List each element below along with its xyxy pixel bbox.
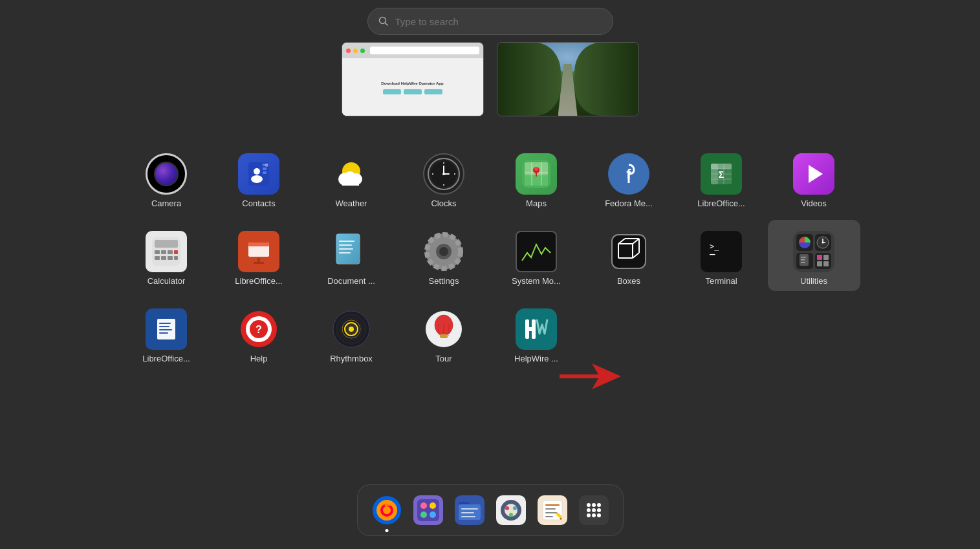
- svg-point-134: [420, 511, 427, 518]
- app-item-helpwire[interactable]: HelpWire ...: [490, 297, 583, 369]
- util-mini-4: [815, 253, 832, 270]
- utilities-icon: [793, 231, 834, 272]
- app-label-fedora: Fedora Me...: [605, 199, 653, 208]
- files-icon: [455, 495, 485, 525]
- svg-point-146: [509, 513, 513, 517]
- svg-rect-65: [339, 252, 351, 253]
- loffice-writer-icon: [146, 308, 187, 350]
- text-editor-icon: [538, 495, 567, 525]
- forest-trees-right: [574, 43, 638, 116]
- dock-item-files[interactable]: [451, 491, 488, 529]
- svg-rect-151: [545, 512, 557, 513]
- svg-rect-49: [168, 250, 173, 254]
- window-thumb-browser[interactable]: Download HelpWire Operator App: [342, 42, 484, 116]
- svg-point-161: [597, 508, 601, 512]
- app-label-camera: Camera: [151, 199, 181, 208]
- dock-item-flathub[interactable]: [492, 491, 530, 529]
- app-item-weather[interactable]: Weather: [305, 142, 398, 213]
- boxes-icon: [608, 231, 649, 272]
- app-item-terminal[interactable]: _ >_ Terminal: [675, 220, 768, 291]
- svg-rect-46: [155, 240, 178, 248]
- app-row-1: Camera @ Contacts: [120, 142, 860, 213]
- svg-point-164: [597, 513, 601, 517]
- app-label-terminal: Terminal: [705, 276, 737, 286]
- app-item-calculator[interactable]: Calculator: [120, 220, 213, 291]
- app-item-boxes[interactable]: Boxes: [583, 220, 675, 291]
- app-item-loffice-impress[interactable]: LibreOffice...: [213, 220, 305, 291]
- dock-item-text-editor[interactable]: [534, 491, 571, 529]
- app-item-maps[interactable]: Maps: [490, 142, 583, 213]
- recent-windows: Download HelpWire Operator App: [342, 42, 639, 116]
- svg-rect-101: [159, 332, 168, 334]
- svg-rect-53: [168, 256, 173, 260]
- svg-rect-73: [612, 235, 646, 268]
- svg-text:>_: >_: [710, 242, 719, 251]
- svg-rect-52: [161, 256, 166, 260]
- app-label-weather: Weather: [336, 199, 367, 208]
- app-item-help[interactable]: ? Help: [213, 297, 305, 369]
- svg-rect-4: [263, 167, 267, 170]
- firefox-icon: [372, 495, 402, 525]
- app-label-calculator: Calculator: [147, 276, 186, 286]
- app-item-settings[interactable]: Settings: [398, 220, 490, 291]
- dock-item-firefox[interactable]: [368, 491, 406, 529]
- svg-point-71: [439, 247, 448, 256]
- app-label-settings: Settings: [429, 276, 459, 286]
- app-label-loffice-calc: LibreOffice...: [697, 199, 745, 208]
- videos-icon: [793, 153, 834, 195]
- app-item-document-viewer[interactable]: Document ...: [305, 220, 398, 291]
- svg-line-1: [385, 23, 387, 26]
- window-thumb-forest[interactable]: [497, 42, 639, 116]
- dock-item-software[interactable]: [409, 491, 447, 529]
- app-grid: Camera @ Contacts: [120, 142, 860, 369]
- app-label-tour: Tour: [435, 354, 452, 363]
- dock-item-app-grid[interactable]: [575, 491, 613, 529]
- svg-point-135: [430, 511, 436, 518]
- svg-rect-131: [417, 499, 439, 521]
- svg-rect-152: [545, 516, 553, 517]
- app-item-utilities[interactable]: Utilities: [768, 220, 860, 291]
- browser-download-buttons: [383, 89, 442, 94]
- app-label-helpwire: HelpWire ...: [514, 354, 558, 363]
- svg-marker-125: [560, 363, 621, 389]
- app-item-system-monitor[interactable]: System Mo...: [490, 220, 583, 291]
- svg-rect-99: [159, 326, 169, 327]
- contacts-icon: @: [238, 153, 279, 195]
- svg-rect-72: [519, 235, 553, 268]
- svg-point-163: [592, 513, 596, 517]
- svg-point-144: [505, 506, 509, 510]
- app-label-document-viewer: Document ...: [327, 276, 375, 286]
- svg-point-87: [822, 241, 824, 243]
- app-item-rhythmbox[interactable]: Rhythmbox: [305, 297, 398, 369]
- svg-rect-138: [461, 508, 478, 510]
- svg-text:@: @: [265, 163, 268, 167]
- app-item-videos[interactable]: Videos: [768, 142, 860, 213]
- app-item-contacts[interactable]: @ Contacts: [213, 142, 305, 213]
- camera-icon: [146, 153, 187, 195]
- browser-min-dot: [353, 48, 358, 53]
- app-label-utilities: Utilities: [800, 276, 827, 286]
- svg-rect-93: [823, 255, 829, 260]
- app-item-loffice-writer[interactable]: LibreOffice...: [120, 297, 213, 369]
- svg-rect-90: [801, 259, 805, 261]
- app-label-clocks: Clocks: [431, 199, 456, 208]
- browser-toolbar: [342, 43, 483, 58]
- app-item-clocks[interactable]: Clocks: [398, 142, 490, 213]
- svg-rect-91: [801, 262, 805, 263]
- svg-rect-13: [342, 180, 359, 186]
- app-item-loffice-calc[interactable]: Σ LibreOffice...: [675, 142, 768, 213]
- app-label-contacts: Contacts: [242, 199, 275, 208]
- app-item-camera[interactable]: Camera: [120, 142, 213, 213]
- search-input[interactable]: [395, 16, 602, 27]
- svg-rect-62: [339, 241, 354, 242]
- app-grid-icon: [579, 495, 609, 525]
- search-icon: [378, 16, 389, 27]
- svg-point-22: [442, 173, 445, 175]
- svg-rect-140: [461, 516, 475, 517]
- util-mini-3: [796, 253, 813, 270]
- browser-max-dot: [360, 48, 365, 53]
- app-item-tour[interactable]: Tour: [398, 297, 490, 369]
- app-item-fedora[interactable]: f Fedora Me...: [583, 142, 675, 213]
- svg-rect-89: [801, 257, 806, 258]
- svg-text:?: ?: [256, 324, 262, 335]
